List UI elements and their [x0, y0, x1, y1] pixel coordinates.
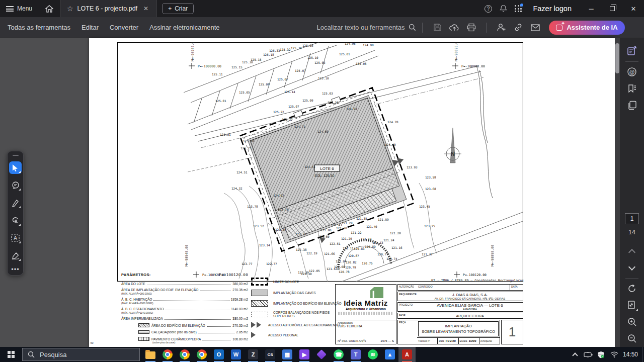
security-indicator[interactable]	[595, 347, 608, 362]
elevation-label: 121.37	[422, 252, 433, 256]
vertical-scrollbar[interactable]	[615, 38, 620, 347]
help-button[interactable]: ?	[480, 0, 496, 17]
create-button[interactable]: + Criar	[162, 3, 194, 14]
elevation-label: 125.10	[318, 76, 329, 80]
taskbar-app-outlook[interactable]: O	[210, 347, 227, 362]
home-button[interactable]	[38, 0, 60, 17]
panel-grip[interactable]	[13, 155, 19, 156]
scrollbar-thumb[interactable]	[615, 43, 619, 73]
document-tab[interactable]: ☆ LOTE 6 - projecto.pdf ✕	[60, 0, 157, 17]
rotate-page-button[interactable]	[624, 282, 639, 296]
elevation-label: 121.08	[334, 265, 345, 268]
star-icon[interactable]: ☆	[67, 5, 73, 13]
ai-assistant-button[interactable]: Assistente de IA	[549, 21, 624, 35]
elevation-label: 121.30	[336, 226, 347, 230]
restore-button[interactable]	[602, 0, 623, 17]
svg-text:P=-100080.00: P=-100080.00	[198, 64, 221, 68]
taskbar-app-movies-app[interactable]: ▶	[296, 347, 313, 362]
taskbar-app-spotify[interactable]: ≋	[364, 347, 381, 362]
taskbar-app-teams[interactable]: T	[347, 347, 364, 362]
tab-close-icon[interactable]: ✕	[141, 4, 150, 13]
acrobat-icon: A	[402, 349, 412, 359]
show-desktop-button[interactable]	[642, 347, 644, 362]
technician-label: Técnico nº	[417, 338, 438, 344]
notifications-button[interactable]	[496, 0, 511, 17]
upload-cloud-button[interactable]	[446, 20, 463, 35]
battery-indicator[interactable]	[582, 347, 595, 362]
zoom-out-button[interactable]	[624, 332, 639, 345]
ai-assistant-panel-button[interactable]	[624, 44, 639, 58]
save-button[interactable]	[429, 20, 446, 35]
taskbar-app-chrome-profile-1[interactable]	[159, 347, 176, 362]
email-button[interactable]	[527, 20, 544, 35]
elevation-label: 124.93	[346, 107, 357, 111]
next-page-button[interactable]	[624, 261, 639, 275]
elevation-label: 125.25	[240, 146, 252, 150]
param-label: PAVIMENTO CERÂMICO/PEDRA	[151, 337, 201, 341]
zoom-out-icon	[627, 334, 637, 343]
taskbar-app-file-explorer[interactable]	[142, 347, 159, 362]
taskbar-search[interactable]: Pesquisa	[22, 348, 140, 361]
sign-in-link[interactable]: Fazer logon	[533, 5, 572, 13]
network-indicator[interactable]	[608, 347, 621, 362]
apps-grid-button[interactable]	[511, 0, 526, 17]
request-signature-button[interactable]	[493, 20, 510, 35]
all-tools-menu[interactable]: Todas as ferramentas	[2, 24, 76, 31]
elevation-label: 120.83	[354, 247, 365, 250]
select-tool[interactable]	[9, 161, 22, 174]
taskbar-app-chrome-profile-3[interactable]	[193, 347, 210, 362]
bookmarks-panel-button[interactable]	[624, 82, 639, 96]
close-button[interactable]: ✕	[623, 0, 644, 17]
comment-tool[interactable]	[9, 179, 22, 192]
svg-text:P=-100080.00: P=-100080.00	[461, 64, 485, 68]
convert-menu[interactable]: Converter	[104, 24, 144, 31]
taskbar-app-word[interactable]: W	[227, 347, 245, 362]
wifi-icon	[610, 351, 618, 357]
pdf-page[interactable]: 40	[89, 38, 615, 347]
taskbar-app-photos[interactable]: ▲	[381, 347, 398, 362]
menu-button[interactable]: Menu	[0, 0, 38, 17]
zoom-in-button[interactable]	[624, 315, 639, 329]
comments-panel-button[interactable]: @	[624, 65, 639, 79]
minimize-button[interactable]: ─	[581, 0, 602, 17]
tile-swatch	[138, 337, 149, 341]
sign-tool[interactable]	[9, 249, 22, 262]
current-page-input[interactable]: 1	[625, 213, 639, 224]
add-text-tool[interactable]: A	[9, 232, 22, 244]
taskbar-app-whatsapp[interactable]: ☎	[330, 347, 347, 362]
taskbar-app-cs-app[interactable]: CS	[262, 347, 279, 362]
taskbar-app-scan-app[interactable]: Z	[245, 347, 262, 362]
more-tools-button[interactable]: •••	[11, 265, 20, 273]
previous-page-button[interactable]	[624, 244, 639, 258]
elevation-label: 124.98	[363, 43, 374, 47]
outlook-icon: O	[214, 349, 224, 359]
elevation-label: 124.51	[236, 170, 248, 174]
taskbar-clock[interactable]: 14:50	[623, 351, 638, 358]
fit-page-button[interactable]	[624, 299, 639, 312]
taskbar-app-purple-diamond-app[interactable]	[313, 347, 330, 362]
highlight-tool[interactable]	[9, 197, 22, 209]
taskbar-app-chrome-profile-2[interactable]	[176, 347, 193, 362]
draw-tool[interactable]	[9, 214, 22, 227]
elevation-label: 124.96	[345, 42, 356, 45]
pages-panel-button[interactable]	[624, 99, 639, 112]
esign-menu[interactable]: Assinar eletronicamente	[144, 24, 225, 31]
param-note: (sobre piso da cave)	[121, 341, 248, 344]
param-label: Á. B. C. HABITAÇÃO	[121, 298, 152, 301]
parameters-title: PARÂMETROS:	[121, 273, 151, 277]
taskbar-app-calculator[interactable]: ▦	[279, 347, 296, 362]
elevation-label: 120.87	[348, 254, 359, 257]
printer-icon	[467, 23, 476, 32]
phase-label: FASE	[398, 313, 417, 318]
share-link-button[interactable]	[510, 20, 527, 35]
elevation-label: 123.58	[425, 175, 436, 179]
taskbar-app-acrobat[interactable]: A	[398, 347, 416, 362]
project-label: PROJECTO	[398, 303, 417, 311]
edit-menu[interactable]: Editar	[76, 24, 104, 31]
tray-expand-button[interactable]	[569, 347, 582, 362]
find-tools-search[interactable]: Localizar texto ou ferramentas	[317, 24, 417, 31]
print-button[interactable]	[463, 20, 480, 35]
elevation-label: 125.10	[307, 56, 318, 59]
start-button[interactable]	[0, 347, 22, 362]
elevation-label: 125.01	[339, 52, 350, 56]
